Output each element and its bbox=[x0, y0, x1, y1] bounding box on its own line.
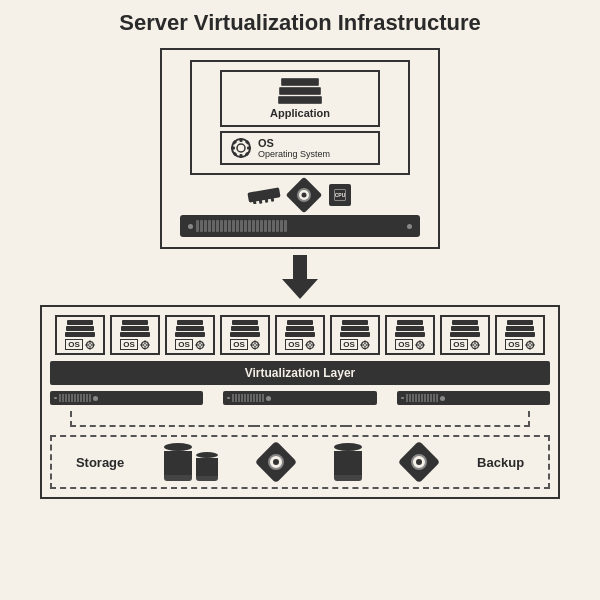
vm-card-8: OS bbox=[440, 315, 490, 355]
hdd-icon bbox=[290, 181, 318, 209]
rack-switch-1 bbox=[50, 391, 203, 405]
dashed-connector-row bbox=[50, 411, 550, 427]
vm-stack-layer bbox=[67, 320, 93, 325]
rack-switch-2 bbox=[223, 391, 376, 405]
svg-rect-35 bbox=[254, 347, 256, 349]
cyl-bottom-c bbox=[334, 475, 362, 481]
storage-hdd-dot bbox=[273, 459, 279, 465]
svg-rect-61 bbox=[477, 344, 479, 346]
cyl-body-c bbox=[334, 451, 362, 475]
svg-rect-2 bbox=[240, 154, 243, 158]
vm-stack bbox=[65, 320, 95, 338]
main-container: Server Virtualization Infrastructure App… bbox=[20, 10, 580, 590]
svg-rect-29 bbox=[199, 347, 201, 349]
svg-point-38 bbox=[253, 343, 256, 346]
page-title: Server Virtualization Infrastructure bbox=[119, 10, 481, 36]
storage-hdd-icon bbox=[258, 444, 294, 480]
rack-switch-3 bbox=[397, 391, 550, 405]
app-stack-icon bbox=[278, 78, 322, 105]
svg-rect-24 bbox=[140, 344, 142, 346]
svg-point-62 bbox=[473, 343, 476, 346]
svg-rect-28 bbox=[199, 340, 201, 342]
cyl-top bbox=[164, 443, 192, 451]
svg-rect-42 bbox=[305, 344, 307, 346]
server-rack-top bbox=[180, 215, 420, 237]
stack-layer-1 bbox=[281, 78, 319, 86]
stack-layer-2 bbox=[279, 87, 321, 95]
svg-rect-18 bbox=[85, 344, 87, 346]
svg-rect-60 bbox=[470, 344, 472, 346]
svg-rect-58 bbox=[474, 340, 476, 342]
cyl-body bbox=[164, 451, 192, 475]
svg-rect-30 bbox=[195, 344, 197, 346]
svg-rect-17 bbox=[89, 347, 91, 349]
svg-rect-48 bbox=[360, 344, 362, 346]
svg-rect-36 bbox=[250, 344, 252, 346]
svg-point-9 bbox=[237, 144, 245, 152]
svg-rect-34 bbox=[254, 340, 256, 342]
cyl-top-c bbox=[334, 443, 362, 451]
app-box: Application bbox=[220, 70, 380, 127]
svg-rect-59 bbox=[474, 347, 476, 349]
svg-point-50 bbox=[363, 343, 366, 346]
svg-rect-65 bbox=[529, 347, 531, 349]
dashed-line-mid bbox=[254, 411, 346, 427]
svg-rect-67 bbox=[532, 344, 534, 346]
svg-rect-53 bbox=[419, 347, 421, 349]
svg-point-56 bbox=[418, 343, 421, 346]
storage-area: Storage bbox=[50, 435, 550, 489]
backup-hdd-icon bbox=[401, 444, 437, 480]
rack-bars bbox=[196, 220, 404, 232]
os-label-main: OS bbox=[258, 137, 330, 149]
backup-hdd-dot bbox=[416, 459, 422, 465]
svg-rect-40 bbox=[309, 340, 311, 342]
stack-layer-3 bbox=[278, 96, 322, 104]
svg-point-32 bbox=[198, 343, 201, 346]
os-gear-icon bbox=[230, 137, 252, 159]
svg-rect-52 bbox=[419, 340, 421, 342]
single-server-box: Application bbox=[160, 48, 440, 249]
svg-rect-49 bbox=[367, 344, 369, 346]
vm-card-1: OS bbox=[55, 315, 105, 355]
vm-os-row: OS bbox=[65, 339, 95, 350]
cpu-icon: CPU bbox=[326, 181, 354, 209]
virt-layer-bar: Virtualization Layer bbox=[50, 361, 550, 385]
down-arrow bbox=[282, 255, 318, 299]
svg-rect-22 bbox=[144, 340, 146, 342]
monitor-box: Application bbox=[190, 60, 410, 175]
vm-grid: OS OS OS bbox=[50, 315, 550, 355]
svg-point-44 bbox=[308, 343, 311, 346]
vm-stack-layer bbox=[65, 332, 95, 337]
vm-os-label: OS bbox=[65, 339, 83, 350]
svg-rect-46 bbox=[364, 340, 366, 342]
svg-point-68 bbox=[528, 343, 531, 346]
svg-rect-23 bbox=[144, 347, 146, 349]
cylinder-2 bbox=[196, 452, 218, 481]
cyl-bottom bbox=[164, 475, 192, 481]
vm-gear-icon bbox=[85, 340, 95, 350]
cyl-bottom-2 bbox=[196, 476, 218, 481]
arrow-head bbox=[282, 279, 318, 299]
os-box: OS Operating System bbox=[220, 131, 380, 165]
svg-rect-66 bbox=[525, 344, 527, 346]
switch-row bbox=[50, 391, 550, 405]
svg-rect-4 bbox=[247, 147, 251, 150]
svg-point-20 bbox=[88, 343, 91, 346]
svg-rect-3 bbox=[231, 147, 235, 150]
vm-card-6: OS bbox=[330, 315, 380, 355]
vm-card-3: OS bbox=[165, 315, 215, 355]
virtualization-section: OS OS OS bbox=[40, 305, 560, 499]
svg-rect-55 bbox=[422, 344, 424, 346]
svg-rect-1 bbox=[240, 138, 243, 142]
storage-cylinders bbox=[164, 443, 218, 481]
cylinder-1 bbox=[164, 443, 192, 481]
rack-dot bbox=[188, 224, 193, 229]
svg-rect-54 bbox=[415, 344, 417, 346]
dashed-line-left bbox=[70, 411, 254, 427]
svg-point-26 bbox=[143, 343, 146, 346]
dashed-line-right bbox=[346, 411, 530, 427]
hardware-row: CPU bbox=[246, 181, 354, 209]
vm-card-4: OS bbox=[220, 315, 270, 355]
backup-label: Backup bbox=[477, 455, 524, 470]
svg-rect-41 bbox=[309, 347, 311, 349]
